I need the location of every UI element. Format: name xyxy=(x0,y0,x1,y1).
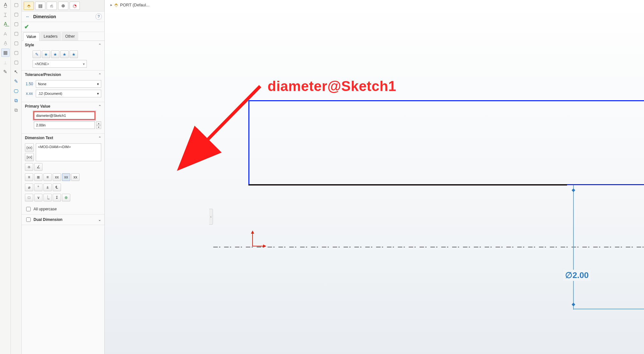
tree-tab-icon[interactable]: ⎌ xyxy=(47,2,57,10)
centerline-symbol-icon[interactable]: ℄ xyxy=(53,184,61,191)
left-tool-rail: A̲ ⌶ A͟ A A̱ ▦ ⟂ ✎ xyxy=(0,0,11,354)
justify-left-icon[interactable]: ≡ xyxy=(25,173,33,181)
tab-leaders[interactable]: Leaders xyxy=(40,32,61,41)
style-fav3-icon[interactable]: ★ xyxy=(60,50,69,58)
stack-3-icon[interactable]: xx xyxy=(71,173,80,181)
chevron-down-icon: ⌄ xyxy=(98,217,101,222)
dimtext-title: Dimension Text xyxy=(25,136,53,140)
tool-icon-f[interactable]: ✎ xyxy=(1,68,10,76)
tolerance-combo[interactable]: None ▾ xyxy=(36,80,101,88)
cube-icon-3[interactable]: ▢ xyxy=(12,20,20,28)
vee-symbol-icon[interactable]: ∨ xyxy=(34,194,42,201)
dimtext-header[interactable]: Dimension Text ⌃ xyxy=(22,134,104,142)
cube-icon-1[interactable]: ▢ xyxy=(12,1,20,9)
cube-icon-6[interactable]: ▢ xyxy=(12,49,20,57)
stack-2-icon[interactable]: xx xyxy=(62,173,70,181)
style-combo-text: <NONE> xyxy=(35,62,49,66)
tolerance-title: Tolerance/Precision xyxy=(25,72,61,77)
feature-tree-crumb[interactable]: ▸ ⬘ PORT (Defaul... xyxy=(110,2,149,8)
primary-value-section: Primary Value ⌃ diameter@Sketch1 2.00in … xyxy=(22,102,104,134)
chevron-down-icon: ▾ xyxy=(97,82,99,86)
add-text-angle-icon[interactable]: ∠ xyxy=(34,163,42,171)
stack-1-icon[interactable]: xx xyxy=(53,173,61,181)
more-symbols-icon[interactable]: ⊕ xyxy=(62,194,70,201)
tool-icon-e[interactable]: ⟂ xyxy=(1,58,10,66)
cube-icon-5[interactable]: ▢ xyxy=(12,39,20,47)
primary-header[interactable]: Primary Value ⌃ xyxy=(22,102,104,110)
all-uppercase-checkbox[interactable] xyxy=(26,207,31,211)
spinner-up-icon[interactable]: ▴ xyxy=(96,121,101,125)
down-symbol-icon[interactable]: ↧ xyxy=(53,194,61,201)
style-fav2-icon[interactable]: ★ xyxy=(51,50,59,58)
style-combo[interactable]: <NONE> ▾ xyxy=(33,60,87,68)
style-title: Style xyxy=(25,43,34,47)
chevron-up-icon: ⌃ xyxy=(98,136,101,140)
square-symbol-icon[interactable]: □ xyxy=(25,194,33,201)
justify-right-icon[interactable]: ≡ xyxy=(43,173,52,181)
dimtext-input[interactable]: <MOD-DIAM><DIM> xyxy=(36,143,101,161)
property-panel: ⬘ ▤ ⎌ ⊕ ◔ ↔ Dimension ? ✔ Value Leaders … xyxy=(22,0,105,354)
chevron-up-icon: ⌃ xyxy=(98,104,101,109)
expand-arrow-icon[interactable]: ▸ xyxy=(110,3,112,7)
sketch-centerline xyxy=(213,247,644,247)
cursor-icon[interactable]: ↖ xyxy=(12,68,20,76)
panel-collapse-handle[interactable] xyxy=(209,209,213,225)
cube-icon-4[interactable]: ▢ xyxy=(12,29,20,38)
panel-title: Dimension xyxy=(33,14,93,19)
spinner-down-icon[interactable]: ▾ xyxy=(96,125,101,129)
appearance-tab-icon[interactable]: ◔ xyxy=(70,2,80,10)
style-load-icon[interactable]: ✎ xyxy=(33,50,41,58)
primary-name-input[interactable]: diameter@Sketch1 xyxy=(34,112,95,119)
primary-name-text: diameter@Sketch1 xyxy=(36,114,66,117)
value-spinner[interactable]: ▴ ▾ xyxy=(96,121,101,129)
dimension-text-section: Dimension Text ⌃ (xx) [xx] <MOD-DIAM><DI… xyxy=(22,134,104,215)
dimtext-toolbuttons: ·x· ∠ ≡ ≣ ≡ xx xx xx ⌀ ° ± ℄ □ ∨ ⎿ ↧ ⊕ xyxy=(25,163,101,201)
panel-top-tabs: ⬘ ▤ ⎌ ⊕ ◔ xyxy=(22,0,104,11)
tool-icon-sel[interactable]: ▦ xyxy=(1,49,10,57)
help-button[interactable]: ? xyxy=(95,13,102,20)
add-text-left-icon[interactable]: ·x· xyxy=(25,163,33,171)
all-uppercase-row[interactable]: All uppercase xyxy=(22,204,104,214)
config-tab-icon[interactable]: ▤ xyxy=(35,2,45,10)
graphics-viewport[interactable]: ▸ ⬘ PORT (Defaul... diameter@Sketch1 ∅2.… xyxy=(105,0,644,354)
style-fav4-icon[interactable]: ★ xyxy=(70,50,78,58)
precision-combo-text: .12 (Document) xyxy=(38,92,62,95)
justify-center-icon[interactable]: ≣ xyxy=(34,173,42,181)
monitor-icon[interactable]: 🖵 xyxy=(12,87,20,95)
tab-value[interactable]: Value xyxy=(23,32,40,41)
diameter-symbol-icon[interactable]: ⌀ xyxy=(25,184,33,191)
dimension-value-label[interactable]: ∅2.00 xyxy=(563,270,591,281)
precision-combo[interactable]: .12 (Document) ▾ xyxy=(36,90,101,97)
feature-tab-icon[interactable]: ⬘ xyxy=(24,2,34,10)
tool-icon-c[interactable]: A xyxy=(1,29,10,38)
copy-icon[interactable]: ⧉ xyxy=(12,96,20,105)
tool-icon-a[interactable]: A̲ xyxy=(1,1,10,9)
dimtext-paren1-icon[interactable]: (xx) xyxy=(25,143,34,152)
dual-dim-checkbox[interactable] xyxy=(26,217,31,222)
cube-icon-2[interactable]: ▢ xyxy=(12,10,20,19)
tab-other[interactable]: Other xyxy=(62,32,78,41)
tool-icon-d[interactable]: A̱ xyxy=(1,39,10,47)
style-fav1-icon[interactable]: ★ xyxy=(42,50,50,58)
cube-icon-7[interactable]: ▢ xyxy=(12,58,20,66)
dimtext-value: <MOD-DIAM><DIM> xyxy=(38,145,71,149)
primary-value-input[interactable]: 2.00in xyxy=(34,121,95,129)
edit-icon[interactable]: ✎ xyxy=(12,77,20,86)
tool-icon-green[interactable]: A͟ xyxy=(1,20,10,28)
degree-symbol-icon[interactable]: ° xyxy=(34,184,42,191)
plusminus-symbol-icon[interactable]: ± xyxy=(43,184,52,191)
bracket-symbol-icon[interactable]: ⎿ xyxy=(43,194,52,201)
dimtext-paren2-icon[interactable]: [xx] xyxy=(25,153,34,161)
ok-check-icon[interactable]: ✔ xyxy=(24,24,29,30)
paste-icon[interactable]: ⧉ xyxy=(12,106,20,114)
sketch-rectangle[interactable] xyxy=(248,100,644,185)
tool-icon-b[interactable]: ⌶ xyxy=(1,10,10,19)
sketch-bottom-edge xyxy=(248,185,567,185)
dual-dim-label: Dual Dimension xyxy=(34,217,63,222)
target-tab-icon[interactable]: ⊕ xyxy=(58,2,68,10)
precision-icon: x.xx xyxy=(25,91,34,96)
dual-dim-row[interactable]: Dual Dimension ⌄ xyxy=(22,215,104,225)
chevron-up-icon: ⌃ xyxy=(98,43,101,47)
style-header[interactable]: Style ⌃ xyxy=(22,41,104,49)
tolerance-header[interactable]: Tolerance/Precision ⌃ xyxy=(22,71,104,79)
